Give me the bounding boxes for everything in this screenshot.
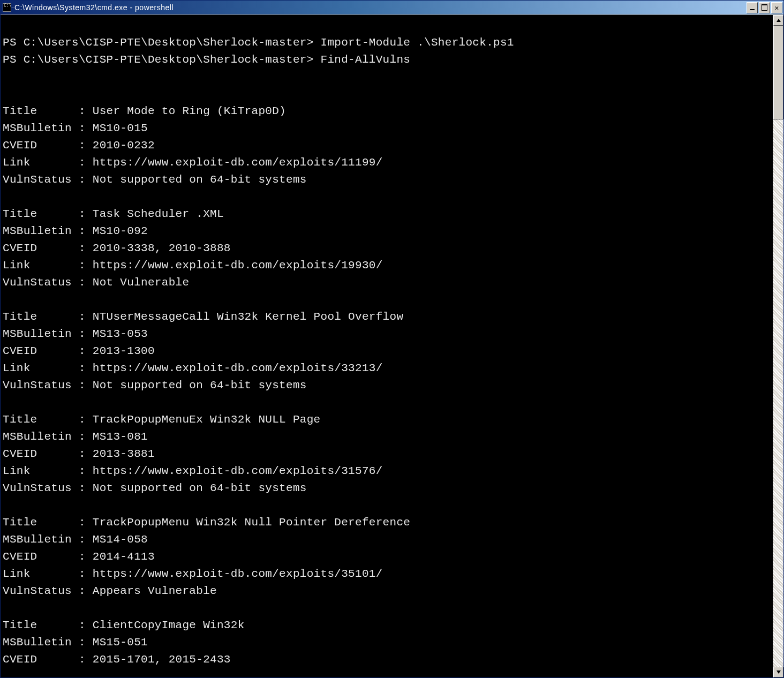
close-button[interactable]: ✕ — [771, 2, 782, 13]
window-controls: ✕ — [745, 2, 782, 13]
minimize-button[interactable] — [747, 2, 758, 13]
svg-marker-0 — [777, 19, 781, 22]
client-area: PS C:\Users\CISP-PTE\Desktop\Sherlock-ma… — [1, 14, 783, 677]
window-title: C:\Windows\System32\cmd.exe - powershell — [14, 3, 745, 12]
vertical-scrollbar[interactable] — [773, 15, 783, 677]
scroll-up-button[interactable] — [773, 15, 783, 26]
chevron-up-icon — [777, 18, 781, 22]
cmd-window: C:\Windows\System32\cmd.exe - powershell… — [0, 0, 784, 678]
chevron-down-icon — [777, 670, 781, 674]
system-menu-icon[interactable] — [3, 3, 11, 12]
terminal-output[interactable]: PS C:\Users\CISP-PTE\Desktop\Sherlock-ma… — [1, 15, 773, 677]
scroll-down-button[interactable] — [773, 667, 783, 677]
titlebar[interactable]: C:\Windows\System32\cmd.exe - powershell… — [1, 1, 783, 14]
scrollbar-track[interactable] — [773, 26, 783, 667]
maximize-button[interactable] — [759, 2, 770, 13]
scrollbar-thumb[interactable] — [773, 26, 783, 119]
svg-marker-1 — [777, 671, 781, 674]
